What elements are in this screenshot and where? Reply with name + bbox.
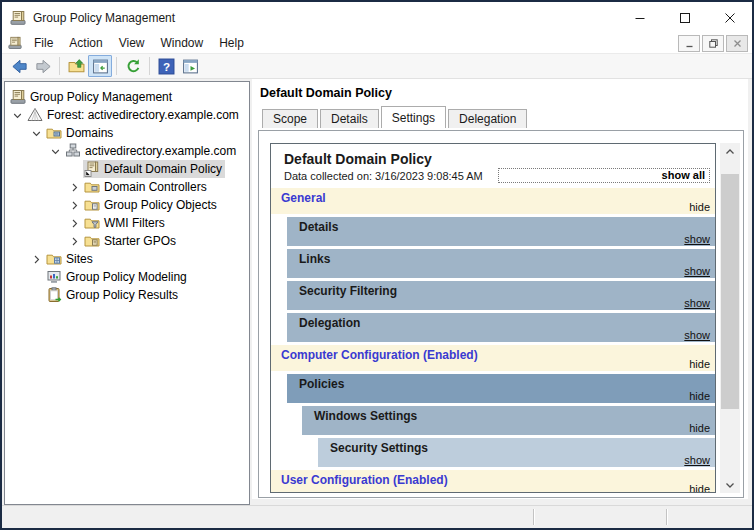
minimize-icon <box>685 39 694 48</box>
console-tree-toggle-icon <box>92 58 109 75</box>
security-filtering-show-link[interactable]: show <box>684 297 710 309</box>
tree-item-group-policy-results[interactable]: Group Policy Results <box>5 286 249 304</box>
status-bar-divider <box>533 509 534 525</box>
window-controls <box>617 2 752 33</box>
report-title: Default Domain Policy <box>284 151 715 167</box>
toolbar-separator <box>149 57 150 75</box>
security-settings-show-link[interactable]: show <box>684 454 710 466</box>
details-show-link[interactable]: show <box>684 233 710 245</box>
domain-icon <box>65 143 81 159</box>
tree-toggle[interactable] <box>66 214 83 232</box>
tab-scope[interactable]: Scope <box>262 109 318 128</box>
up-one-level-button[interactable] <box>64 55 88 77</box>
menu-item-window[interactable]: Window <box>153 34 212 52</box>
toolbar-separator <box>59 57 60 75</box>
report-section-links: Linksshow <box>287 249 715 278</box>
menu-item-file[interactable]: File <box>26 34 61 52</box>
tree-node: activedirectory.example.com <box>64 142 239 160</box>
tree-item-group-policy-management[interactable]: Group Policy Management <box>5 88 249 106</box>
tree-toggle[interactable] <box>28 250 45 268</box>
tree-item-group-policy-modeling[interactable]: Group Policy Modeling <box>5 268 249 286</box>
report-section-user-configuration-enabled: User Configuration (Enabled)hide <box>271 470 715 493</box>
tab-settings[interactable]: Settings <box>381 106 446 128</box>
computer-configuration-enabled-hide-link[interactable]: hide <box>689 358 710 370</box>
section-label: Windows Settings <box>302 406 715 423</box>
tree-item-domains[interactable]: Domains <box>5 124 249 142</box>
chevron-right-icon <box>32 255 41 264</box>
report-sections: GeneralhideDetailsshowLinksshowSecurity … <box>271 188 715 493</box>
tree-item-wmi-filters[interactable]: WMI Filters <box>5 214 249 232</box>
scrollbar-thumb[interactable] <box>721 174 739 409</box>
tree-toggle[interactable] <box>66 232 83 250</box>
tree-item-group-policy-objects[interactable]: Group Policy Objects <box>5 196 249 214</box>
links-show-link[interactable]: show <box>684 265 710 277</box>
toggle-spacer <box>28 286 45 304</box>
gpm-console-icon <box>10 10 26 26</box>
section-label: Security Filtering <box>287 281 715 298</box>
tree-item-activedirectory-example-com[interactable]: activedirectory.example.com <box>5 142 249 160</box>
folder-gpo-icon <box>84 197 100 213</box>
tab-details[interactable]: Details <box>320 109 379 128</box>
menu-item-help[interactable]: Help <box>211 34 252 52</box>
tree-item-sites[interactable]: Sites <box>5 250 249 268</box>
refresh-button[interactable] <box>121 55 145 77</box>
tree-toggle[interactable] <box>47 142 64 160</box>
tree-toggle[interactable] <box>66 196 83 214</box>
policies-hide-link[interactable]: hide <box>689 390 710 402</box>
console-tree-toggle-button[interactable] <box>88 55 112 77</box>
tree-item-domain-controllers[interactable]: Domain Controllers <box>5 178 249 196</box>
mdi-restore-button[interactable] <box>702 35 724 52</box>
tree-item-starter-gpos[interactable]: Starter GPOs <box>5 232 249 250</box>
report-section-details: Detailsshow <box>287 217 715 246</box>
tree-item-label: Domains <box>66 126 113 140</box>
section-label: Security Settings <box>318 438 715 455</box>
maximize-button[interactable] <box>662 2 707 33</box>
tab-delegation[interactable]: Delegation <box>448 109 527 128</box>
scroll-down-button[interactable] <box>720 476 740 493</box>
tree-item-default-domain-policy[interactable]: Default Domain Policy <box>5 160 249 178</box>
tree-item-label: Group Policy Management <box>30 90 172 104</box>
delegation-show-link[interactable]: show <box>684 329 710 341</box>
tree-toggle[interactable] <box>28 124 45 142</box>
tree-item-label: WMI Filters <box>104 216 165 230</box>
general-hide-link[interactable]: hide <box>689 201 710 213</box>
mdi-window-controls <box>678 35 748 52</box>
scroll-up-button[interactable] <box>720 143 740 160</box>
chevron-down-icon <box>51 147 60 156</box>
tree-node: Group Policy Modeling <box>45 268 190 286</box>
report-scrollbar[interactable] <box>720 143 740 493</box>
chevron-right-icon <box>70 219 79 228</box>
user-configuration-enabled-hide-link[interactable]: hide <box>689 483 710 493</box>
gpm-console-icon <box>8 36 22 50</box>
tree-item-forest-activedirectory-example-com[interactable]: Forest: activedirectory.example.com <box>5 106 249 124</box>
tree-toggle[interactable] <box>9 106 26 124</box>
maximize-icon <box>680 13 690 23</box>
tree-item-label: Forest: activedirectory.example.com <box>47 108 239 122</box>
menu-bar: FileActionViewWindowHelp <box>2 33 752 54</box>
toggle-spacer <box>28 268 45 286</box>
gpm-console-icon <box>10 89 26 105</box>
menu-item-action[interactable]: Action <box>61 34 110 52</box>
minimize-button[interactable] <box>617 2 662 33</box>
console-window-button[interactable] <box>178 55 202 77</box>
report-section-general: Generalhide <box>271 188 715 214</box>
menu-item-view[interactable]: View <box>111 34 153 52</box>
report-section-policies: Policieshide <box>287 374 715 403</box>
section-label: Details <box>287 217 715 234</box>
tree-toggle[interactable] <box>66 178 83 196</box>
back-arrow-button[interactable] <box>7 55 31 77</box>
gpo-link-icon <box>84 161 100 177</box>
tree-item-label: Group Policy Modeling <box>66 270 187 284</box>
mdi-minimize-button[interactable] <box>678 35 700 52</box>
menu-items: FileActionViewWindowHelp <box>26 34 252 52</box>
chevron-right-icon <box>70 201 79 210</box>
show-all-link[interactable]: show all <box>498 168 710 183</box>
forward-arrow-button[interactable] <box>31 55 55 77</box>
tree-item-label: Default Domain Policy <box>104 162 222 176</box>
help-button[interactable]: ? <box>154 55 178 77</box>
close-button[interactable] <box>707 2 752 33</box>
chevron-up-icon <box>725 147 735 157</box>
tree-node: Group Policy Results <box>45 286 181 304</box>
mdi-close-button[interactable] <box>726 35 748 52</box>
windows-settings-hide-link[interactable]: hide <box>689 422 710 434</box>
